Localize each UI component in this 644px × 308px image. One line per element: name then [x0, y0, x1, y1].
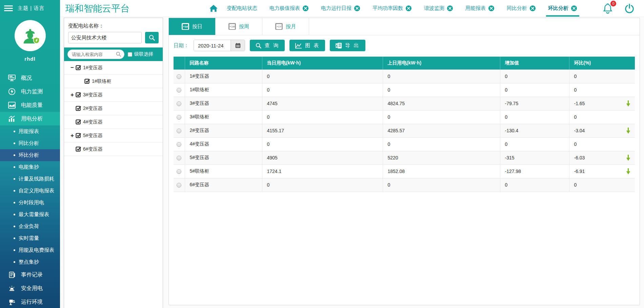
- close-tab-icon[interactable]: [302, 5, 309, 12]
- theme-language-switcher[interactable]: 主题 | 语言: [18, 5, 44, 12]
- query-button-label: 查 询: [265, 42, 279, 49]
- sidebar-subitem-5[interactable]: 自定义用电报表: [0, 185, 60, 197]
- checkbox-checked-icon[interactable]: [76, 92, 81, 98]
- row-radio-button[interactable]: [177, 115, 181, 120]
- sidebar-subitem-11[interactable]: 整点集抄: [0, 256, 60, 268]
- close-tab-icon[interactable]: [447, 5, 453, 12]
- cascade-select-label: 级联选择: [134, 51, 153, 57]
- header-tab-7[interactable]: 环比分析: [548, 0, 577, 17]
- header-tab-3[interactable]: 平均功率因数: [373, 0, 412, 17]
- collapse-icon[interactable]: −: [69, 64, 75, 71]
- today-usage-cell: 4905: [262, 151, 383, 165]
- power-monitoring-icon: [8, 88, 16, 95]
- row-radio-button[interactable]: [177, 88, 181, 93]
- checkbox-checked-icon[interactable]: [76, 146, 81, 152]
- yesterday-usage-cell-value: 0: [388, 114, 390, 120]
- tree-node-3[interactable]: 2#变压器: [64, 102, 163, 115]
- sidebar-subitem-9[interactable]: 实时需量: [0, 232, 60, 244]
- today-usage-cell: 4155.17: [262, 124, 383, 137]
- expand-icon[interactable]: +: [69, 132, 75, 139]
- increase-cell: 0: [500, 70, 569, 83]
- sidebar-subitem-8[interactable]: 企业负荷: [0, 220, 60, 232]
- tree-node-2[interactable]: +3#变压器: [64, 88, 163, 102]
- notifications-bell-icon[interactable]: 0: [603, 3, 613, 14]
- row-radio-button[interactable]: [177, 129, 181, 133]
- close-tab-icon[interactable]: [529, 5, 536, 12]
- row-radio-button[interactable]: [177, 156, 181, 160]
- sidebar-item-5[interactable]: 安全用电: [0, 282, 60, 295]
- sidebar-item-3[interactable]: 用电分析: [0, 112, 60, 126]
- station-name-input[interactable]: [68, 32, 142, 43]
- header-tab-4[interactable]: 谐波监测: [424, 0, 453, 17]
- row-radio-button[interactable]: [177, 74, 181, 79]
- home-icon[interactable]: [209, 4, 218, 13]
- row-radio-button[interactable]: [177, 169, 181, 174]
- export-button[interactable]: X 导 出: [330, 40, 365, 51]
- sidebar-subitem-6[interactable]: 分时段用电: [0, 197, 60, 209]
- checkbox-checked-icon[interactable]: [76, 105, 81, 111]
- report-panel: +1d按日+1M按周+1Y按月 日期： 查 询 图 表 X 导 出: [168, 18, 640, 305]
- checkbox-checked-icon[interactable]: [76, 65, 81, 71]
- tree-node-4[interactable]: 4#变压器: [64, 115, 163, 129]
- header-tab-6[interactable]: 同比分析: [507, 0, 536, 17]
- row-radio-button[interactable]: [177, 142, 181, 147]
- sidebar-subitem-7[interactable]: 最大需量报表: [0, 209, 60, 220]
- header-tab-0[interactable]: 变配电站状态: [227, 0, 257, 17]
- checkbox-checked-icon[interactable]: [76, 119, 81, 125]
- header-tab-5[interactable]: 用能报表: [465, 0, 495, 17]
- close-tab-icon[interactable]: [488, 5, 495, 12]
- sidebar-item-1[interactable]: 电力监测: [0, 85, 60, 98]
- tree-node-0[interactable]: −1#变压器: [64, 61, 163, 75]
- row-radio-button[interactable]: [177, 183, 181, 188]
- bullet-icon: [14, 142, 15, 144]
- sidebar-item-6[interactable]: 运行环境: [0, 295, 60, 308]
- close-tab-icon[interactable]: [571, 5, 577, 12]
- period-tab-2[interactable]: +1Y按月: [262, 18, 309, 35]
- ratio-cell: 0: [569, 178, 635, 192]
- period-tab-1[interactable]: +1M按周: [216, 18, 262, 35]
- sidebar-subitem-label: 自定义用电报表: [19, 188, 54, 194]
- sidebar-subitem-4[interactable]: 计量及线路损耗: [0, 173, 60, 185]
- yesterday-usage-cell-value: 4285.57: [388, 128, 405, 133]
- power-quality-icon: [8, 101, 16, 109]
- header-tab-2[interactable]: 电力运行日报: [321, 0, 360, 17]
- header-tab-1[interactable]: 电力极值报表: [269, 0, 309, 17]
- increase-cell-value: -127.98: [505, 169, 521, 174]
- checkbox-icon[interactable]: [128, 52, 132, 57]
- checkbox-checked-icon[interactable]: [76, 133, 81, 138]
- tree-node-6[interactable]: 6#变压器: [64, 142, 163, 156]
- calendar-icon: [235, 42, 241, 49]
- sidebar-subitem-0[interactable]: 用能报表: [0, 126, 60, 137]
- close-tab-icon[interactable]: [354, 5, 360, 12]
- station-search-button[interactable]: [145, 32, 159, 43]
- sidebar-item-0[interactable]: 概况: [0, 71, 60, 85]
- search-icon: [116, 51, 121, 57]
- circuit-name-cell: 6#变压器: [185, 178, 262, 192]
- sidebar-subitem-3[interactable]: 电能集抄: [0, 161, 60, 173]
- export-button-label: 导 出: [345, 42, 360, 49]
- tree-node-1[interactable]: 1#联络柜: [64, 75, 163, 88]
- sidebar-subitem-2[interactable]: 环比分析: [0, 149, 60, 161]
- menu-hamburger-icon[interactable]: [4, 4, 13, 13]
- date-input[interactable]: [194, 40, 230, 51]
- chart-button[interactable]: 图 表: [289, 40, 325, 51]
- sidebar-item-2[interactable]: 电能质量: [0, 98, 60, 112]
- calendar-button[interactable]: [230, 40, 245, 51]
- ratio-cell: 0: [569, 110, 635, 124]
- cascade-select-checkbox[interactable]: 级联选择: [128, 51, 153, 57]
- sidebar-subitem-1[interactable]: 同比分析: [0, 137, 60, 149]
- checkbox-checked-icon[interactable]: [84, 78, 90, 84]
- ratio-cell: 0: [569, 83, 635, 97]
- sidebar-subitem-10[interactable]: 用能及电费报表: [0, 244, 60, 256]
- sidebar-item-4[interactable]: 事件记录: [0, 268, 60, 282]
- logout-power-icon[interactable]: [624, 3, 635, 14]
- query-button[interactable]: 查 询: [250, 40, 285, 51]
- yesterday-usage-cell-value: 1852.08: [388, 169, 405, 174]
- sidebar-subitem-label: 环比分析: [19, 152, 39, 158]
- period-tab-0[interactable]: +1d按日: [169, 18, 216, 35]
- row-radio-button[interactable]: [177, 101, 181, 106]
- circuit-name-cell-value: 3#联络柜: [190, 114, 209, 119]
- close-tab-icon[interactable]: [405, 5, 412, 12]
- tree-node-5[interactable]: +5#变压器: [64, 129, 163, 142]
- expand-icon[interactable]: +: [69, 92, 75, 98]
